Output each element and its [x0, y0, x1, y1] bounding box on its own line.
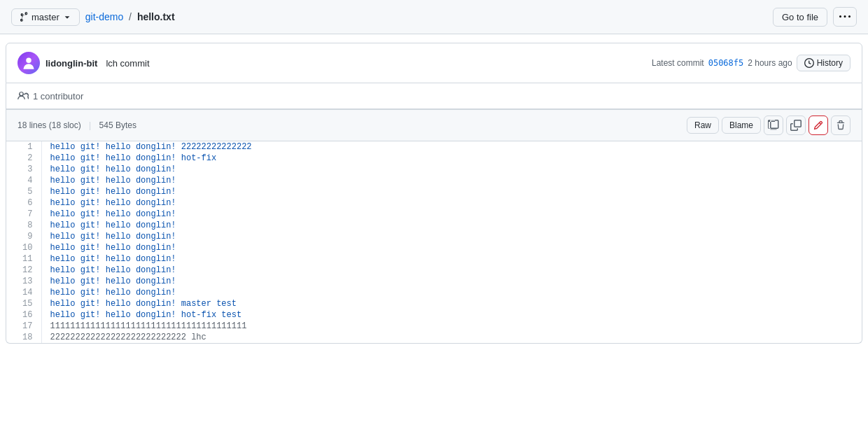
top-bar-right: Go to file [773, 7, 857, 27]
edit-button[interactable] [808, 115, 828, 135]
file-name: hello.txt [137, 11, 175, 22]
code-area: 1hello git! hello donglin! 2222222222222… [6, 141, 862, 343]
line-code: hello git! hello donglin! [41, 220, 862, 231]
line-number: 11 [6, 253, 41, 265]
commit-hash[interactable]: 05068f5 [708, 58, 744, 68]
commit-author[interactable]: lidonglin-bit [46, 58, 97, 69]
breadcrumb: git-demo / hello.txt [85, 11, 175, 22]
table-row: 11hello git! hello donglin! [6, 253, 862, 265]
table-row: 16hello git! hello donglin! hot-fix test [6, 309, 862, 321]
copy-icon-button[interactable] [786, 115, 806, 135]
line-count: 18 lines [18, 120, 46, 130]
blame-button[interactable]: Blame [722, 117, 761, 134]
file-header: 18 lines (18 sloc) | 545 Bytes Raw Blame [6, 109, 862, 141]
table-row: 1711111111111111111111111111111111111111… [6, 321, 862, 332]
contributor-text: 1 contributor [33, 91, 83, 102]
table-row: 9hello git! hello donglin! [6, 231, 862, 242]
line-code: hello git! hello donglin! [41, 276, 862, 287]
line-code: hello git! hello donglin! [41, 164, 862, 175]
desktop-icon-button[interactable] [764, 115, 783, 135]
table-row: 18222222222222222222222222222 lhc [6, 332, 862, 343]
line-number: 12 [6, 265, 41, 276]
line-number: 18 [6, 332, 41, 343]
trash-icon [836, 120, 846, 130]
line-number: 5 [6, 186, 41, 197]
line-number: 15 [6, 298, 41, 309]
commit-bar: lidonglin-bit lch commit Latest commit 0… [6, 43, 862, 83]
line-code: hello git! hello donglin! [41, 287, 862, 298]
table-row: 12hello git! hello donglin! [6, 265, 862, 276]
history-button[interactable]: History [797, 55, 850, 71]
contributor-bar: 1 contributor [6, 83, 862, 109]
line-code: hello git! hello donglin! [41, 242, 862, 253]
repo-link[interactable]: git-demo [85, 11, 123, 22]
line-number: 4 [6, 175, 41, 186]
breadcrumb-separator: / [129, 11, 132, 22]
table-row: 3hello git! hello donglin! [6, 164, 862, 175]
file-actions: Raw Blame [687, 115, 850, 135]
avatar-icon [22, 56, 36, 70]
line-code: hello git! hello donglin! [41, 209, 862, 220]
avatar [18, 52, 40, 74]
line-code: hello git! hello donglin! master test [41, 298, 862, 309]
ellipsis-icon [839, 11, 850, 22]
table-row: 8hello git! hello donglin! [6, 220, 862, 231]
table-row: 13hello git! hello donglin! [6, 276, 862, 287]
commit-message: lch commit [106, 58, 149, 69]
line-code: hello git! hello donglin! [41, 197, 862, 209]
desktop-icon [768, 120, 779, 131]
table-row: 15hello git! hello donglin! master test [6, 298, 862, 309]
commit-right: Latest commit 05068f5 2 hours ago Histor… [652, 55, 850, 71]
branch-name: master [31, 12, 59, 22]
people-icon [18, 90, 29, 102]
pencil-icon [813, 120, 823, 130]
table-row: 14hello git! hello donglin! [6, 287, 862, 298]
clock-icon [804, 58, 814, 68]
commit-left: lidonglin-bit lch commit [18, 52, 150, 74]
table-row: 2hello git! hello donglin! hot-fix [6, 153, 862, 164]
line-number: 6 [6, 197, 41, 209]
top-bar: master git-demo / hello.txt Go to file [0, 0, 868, 34]
line-code: 111111111111111111111111111111111111111 [41, 321, 862, 332]
line-number: 3 [6, 164, 41, 175]
line-number: 16 [6, 309, 41, 321]
code-table: 1hello git! hello donglin! 2222222222222… [6, 141, 862, 343]
line-number: 1 [6, 141, 41, 153]
line-code: hello git! hello donglin! [41, 186, 862, 197]
line-number: 8 [6, 220, 41, 231]
line-number: 2 [6, 153, 41, 164]
table-row: 1hello git! hello donglin! 2222222222222… [6, 141, 862, 153]
line-number: 9 [6, 231, 41, 242]
branch-selector[interactable]: master [11, 8, 80, 26]
latest-commit-label: Latest commit [652, 58, 704, 68]
commit-time: 2 hours ago [748, 58, 792, 68]
line-number: 7 [6, 209, 41, 220]
chevron-down-icon [62, 12, 72, 22]
copy-icon [790, 120, 802, 131]
sloc-count: (18 sloc) [49, 120, 81, 130]
line-number: 13 [6, 276, 41, 287]
go-to-file-button[interactable]: Go to file [773, 8, 827, 27]
line-code: hello git! hello donglin! [41, 175, 862, 186]
more-options-button[interactable] [833, 7, 857, 27]
line-code: 222222222222222222222222222 lhc [41, 332, 862, 343]
delete-button[interactable] [831, 115, 850, 135]
file-stats: 18 lines (18 sloc) | 545 Bytes [18, 120, 136, 130]
file-size: 545 Bytes [99, 120, 136, 130]
line-code: hello git! hello donglin! 22222222222222 [41, 141, 862, 153]
history-label: History [817, 58, 843, 68]
stats-separator: | [89, 120, 91, 130]
line-code: hello git! hello donglin! hot-fix [41, 153, 862, 164]
table-row: 6hello git! hello donglin! [6, 197, 862, 209]
raw-button[interactable]: Raw [687, 117, 719, 134]
branch-icon [19, 12, 29, 22]
line-number: 10 [6, 242, 41, 253]
table-row: 5hello git! hello donglin! [6, 186, 862, 197]
line-code: hello git! hello donglin! [41, 231, 862, 242]
file-container: 18 lines (18 sloc) | 545 Bytes Raw Blame [6, 109, 862, 344]
line-number: 14 [6, 287, 41, 298]
line-code: hello git! hello donglin! [41, 265, 862, 276]
line-code: hello git! hello donglin! [41, 253, 862, 265]
line-code: hello git! hello donglin! hot-fix test [41, 309, 862, 321]
table-row: 4hello git! hello donglin! [6, 175, 862, 186]
